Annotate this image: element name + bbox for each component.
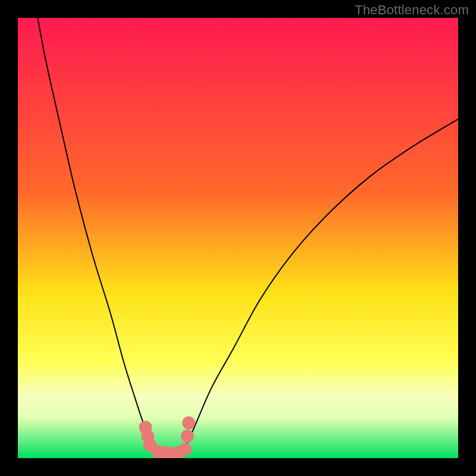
marker-dot: [181, 430, 194, 443]
gradient-background: [18, 18, 458, 458]
bottleneck-chart: [18, 18, 458, 458]
outer-frame: TheBottleneck.com: [0, 0, 476, 476]
watermark-text: TheBottleneck.com: [355, 2, 469, 18]
marker-dot: [178, 443, 192, 456]
marker-dot: [182, 416, 195, 430]
